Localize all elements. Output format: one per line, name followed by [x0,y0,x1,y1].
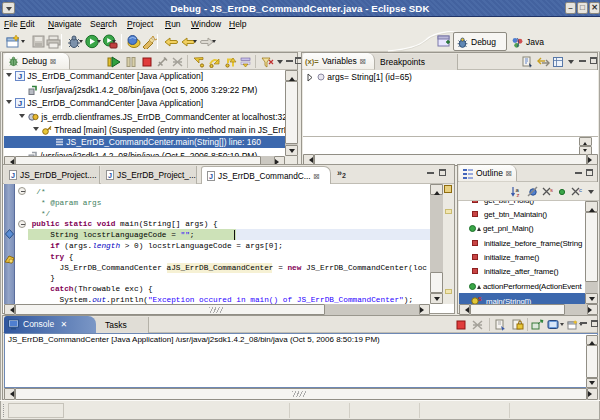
svg-text:J: J [11,172,15,180]
svg-text:J: J [108,172,112,180]
svg-text:J: J [209,173,213,181]
svg-text:c: c [579,187,582,193]
svg-text:J: J [18,72,22,81]
svg-text:s: s [478,296,482,302]
svg-text:J: J [18,99,22,108]
svg-text:z: z [517,192,520,198]
svg-text:s: s [550,187,553,193]
